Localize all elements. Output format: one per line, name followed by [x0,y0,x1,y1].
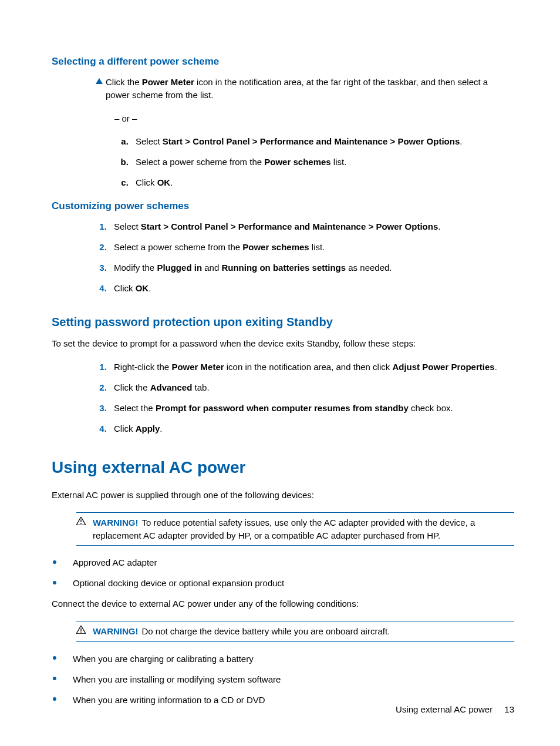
heading-external-ac: Using external AC power [52,458,514,477]
list-item: Click OK. [131,176,514,189]
text: Select a power scheme from the [114,242,242,252]
text: Click the [114,382,150,392]
text-bold: Plugged in [157,263,202,273]
text: as needed. [346,263,392,273]
heading-password-protection: Setting password protection upon exiting… [52,315,514,329]
intro-paragraph: External AC power is supplied through on… [52,489,514,502]
text: . [160,424,162,434]
bullet-list: When you are charging or calibrating a b… [52,653,514,706]
text-bold: Power Meter [171,362,224,372]
warning-text: To reduce potential safety issues, use o… [93,518,475,540]
text: and [202,263,221,273]
text: Modify the [114,263,157,273]
text: Select [136,136,163,146]
text: . [170,177,173,187]
note-body: Click the Power Meter icon in the notifi… [106,76,514,102]
numbered-list: Select Start > Control Panel > Performan… [93,220,514,294]
list-item: Click the Advanced tab. [109,381,514,394]
text: Select [114,221,141,231]
footer-text: Using external AC power [396,704,492,714]
list-item: Click OK. [109,282,514,294]
text: tab. [192,382,209,392]
bullet-list: Approved AC adapter Optional docking dev… [52,556,514,589]
warning-text: Do not charge the device battery while y… [142,626,390,636]
warning-body: WARNING!Do not charge the device battery… [93,625,514,638]
or-separator: – or – [114,112,514,125]
warning-label: WARNING! [93,626,139,636]
text-bold: Power schemes [242,242,309,252]
text: . [438,221,440,231]
list-item: Select a power scheme from the Power sch… [109,241,514,253]
page-number: 13 [504,704,514,714]
warning-body: WARNING!To reduce potential safety issue… [93,516,514,542]
warning-icon [76,516,93,525]
intro-paragraph: To set the device to prompt for a passwo… [52,337,514,350]
warning-box: WARNING!To reduce potential safety issue… [76,512,514,546]
heading-selecting-scheme: Selecting a different power scheme [52,56,514,68]
text: Click [136,177,157,187]
text-bold: OK [157,177,171,187]
note-row: Click the Power Meter icon in the notifi… [93,76,514,102]
list-item: Select Start > Control Panel > Performan… [131,135,514,147]
svg-point-1 [80,523,82,524]
text: . [149,283,151,293]
list-item: Select the Prompt for password when comp… [109,402,514,414]
text-bold: Power schemes [264,157,330,167]
text: check box. [409,403,453,413]
text-bold: Running on batteries settings [221,263,346,273]
page-footer: Using external AC power 13 [396,704,514,714]
text: Select the [114,403,156,413]
paragraph: Connect the device to external AC power … [52,597,514,610]
list-item: Right-click the Power Meter icon in the … [109,361,514,373]
alpha-list: Select Start > Control Panel > Performan… [114,135,514,189]
text-bold: Power Meter [142,77,194,87]
list-item: Approved AC adapter [52,556,514,569]
text-bold: OK [136,283,149,293]
heading-customizing: Customizing power schemes [52,200,514,212]
text: Click [114,424,136,434]
text-bold: Start > Control Panel > Performance and … [141,221,438,231]
text: Select a power scheme from the [136,157,264,167]
text-bold: Advanced [150,382,193,392]
text: list. [309,242,325,252]
list-item: When you are charging or calibrating a b… [52,653,514,665]
list-item: Modify the Plugged in and Running on bat… [109,261,514,274]
svg-point-3 [80,631,82,633]
list-item: Optional docking device or optional expa… [52,577,514,589]
list-item: Select Start > Control Panel > Performan… [109,220,514,233]
text: . [495,362,497,372]
text: list. [331,157,347,167]
text-bold: Start > Control Panel > Performance and … [163,136,460,146]
text-bold: Prompt for password when computer resume… [156,403,409,413]
document-page: Selecting a different power scheme Click… [0,0,560,746]
text-bold: Apply [136,424,160,434]
numbered-list: Right-click the Power Meter icon in the … [93,361,514,435]
warning-box: WARNING!Do not charge the device battery… [76,621,514,642]
list-item: Click Apply. [109,422,514,435]
warning-label: WARNING! [93,518,139,527]
text: Click the [106,77,142,87]
text: Click [114,283,136,293]
text-bold: Adjust Power Properties [392,362,494,372]
list-item: Select a power scheme from the Power sch… [131,156,514,168]
text: Right-click the [114,362,171,372]
triangle-up-icon [93,76,106,84]
text: icon in the notification area, and then … [224,362,393,372]
warning-icon [76,625,93,634]
list-item: When you are installing or modifying sys… [52,673,514,685]
text: . [460,136,462,146]
